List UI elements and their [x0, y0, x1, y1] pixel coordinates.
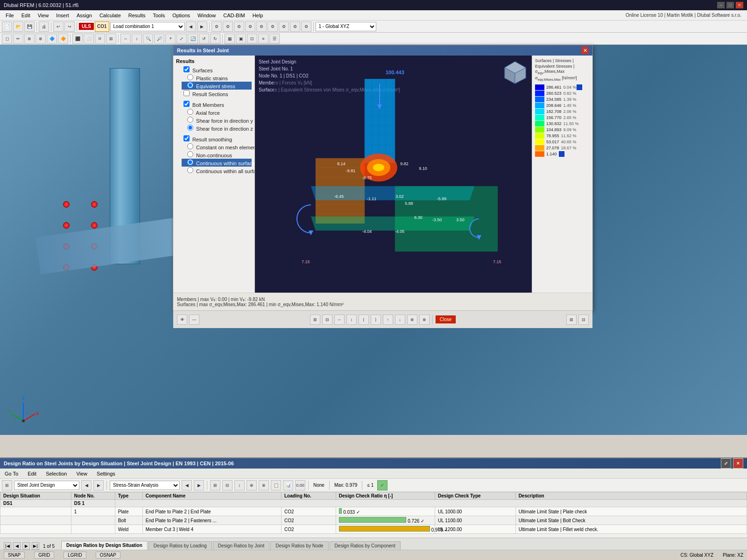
r2-19[interactable]: ↻	[210, 34, 220, 44]
menu-help[interactable]: Help	[249, 12, 267, 19]
minimize-btn[interactable]: −	[717, 2, 725, 8]
menu-insert[interactable]: Insert	[52, 12, 73, 19]
r2-1[interactable]: ◻	[2, 34, 12, 44]
r2-10[interactable]: ⊞	[106, 34, 116, 44]
load-combination-select[interactable]: Load combination 1	[110, 22, 185, 31]
grid-btn[interactable]: GRID	[34, 552, 54, 559]
menu-edit[interactable]: Edit	[18, 12, 34, 19]
panel-tb4[interactable]: ↕	[346, 315, 357, 325]
menu-view[interactable]: View	[34, 12, 53, 19]
menu-calculate[interactable]: Calculate	[96, 12, 125, 19]
result-sections-check[interactable]	[183, 90, 190, 96]
r2-20[interactable]: ▦	[225, 34, 235, 44]
menu-results[interactable]: Results	[125, 12, 149, 19]
dp-combo1[interactable]: Steel Joint Design	[14, 481, 79, 490]
panel-tb5[interactable]: ⟨	[359, 315, 369, 325]
menu-tools[interactable]: Tools	[149, 12, 169, 19]
tree-continuous-within[interactable]: Continuous within surfaces	[182, 159, 252, 167]
dp-close-btn[interactable]: ✕	[733, 458, 743, 469]
dp-tb6[interactable]: ⊗	[259, 480, 269, 490]
open-btn[interactable]: 📂	[13, 21, 23, 32]
r2-21[interactable]: ▣	[236, 34, 246, 44]
dp-next-btn2[interactable]: ▶	[194, 480, 204, 490]
print-btn[interactable]: 🖨	[39, 21, 49, 32]
dp-menu-view[interactable]: View	[73, 470, 90, 477]
surfaces-check[interactable]	[183, 66, 190, 72]
dp-tb7[interactable]: 📋	[271, 480, 281, 490]
tb5[interactable]: ⚙	[256, 21, 267, 32]
snap-btn[interactable]: SNAP	[4, 552, 25, 559]
r2-6[interactable]: 🔶	[58, 34, 68, 44]
r2-13[interactable]: 🔍	[143, 34, 153, 44]
panel-tb3[interactable]: ↔	[334, 315, 345, 325]
dp-combo2[interactable]: Stress-Strain Analysis	[110, 481, 180, 490]
menu-options[interactable]: Options	[169, 12, 194, 19]
lgrid-btn[interactable]: LGRID	[63, 552, 86, 559]
tree-constant-mesh[interactable]: Constant on mesh elements	[182, 143, 252, 151]
tab-design-joint[interactable]: Design Ratios by Joint	[213, 541, 270, 550]
panel-extra2[interactable]: ⊟	[578, 315, 589, 325]
tree-axial-force[interactable]: Axial force	[182, 108, 252, 116]
r2-3[interactable]: ⊕	[24, 34, 35, 44]
menu-assign[interactable]: Assign	[73, 12, 96, 19]
new-btn[interactable]: 📄	[2, 21, 12, 32]
uls-badge[interactable]: ULS	[79, 23, 94, 30]
tab-design-loading[interactable]: Design Ratios by Loading	[148, 541, 212, 550]
tb9[interactable]: ⚙	[301, 21, 311, 32]
panel-tb7[interactable]: ↑	[383, 315, 393, 325]
r2-8[interactable]: ⬜	[84, 34, 94, 44]
dp-tb9[interactable]: 0.00	[295, 480, 305, 490]
page-first-btn[interactable]: |◀	[4, 542, 11, 550]
r2-7[interactable]: ⬛	[72, 34, 83, 44]
menu-file[interactable]: File	[2, 12, 18, 19]
menu-cadbim[interactable]: CAD-BIM	[219, 12, 248, 19]
page-next-btn[interactable]: ▶	[22, 542, 30, 550]
tb7[interactable]: ⚙	[279, 21, 289, 32]
tree-continuous-all[interactable]: Continuous within all surfaces	[182, 167, 252, 175]
tree-surfaces[interactable]: Surfaces	[178, 66, 252, 74]
dp-resize-btn[interactable]: ⤢	[721, 458, 731, 469]
dp-menu-edit[interactable]: Edit	[25, 470, 39, 477]
dp-tb2[interactable]: ⊞	[210, 480, 220, 490]
viz-panel[interactable]: Steel Joint Design Steel Joint No. 1 Nod…	[255, 56, 532, 293]
dp-menu-selection[interactable]: Selection	[43, 470, 70, 477]
next-lc-btn[interactable]: ▶	[197, 21, 207, 32]
panel-tb10[interactable]: ⊗	[419, 315, 430, 325]
dp-tb3[interactable]: ⊟	[222, 480, 233, 490]
redo-btn[interactable]: ↪	[64, 21, 75, 32]
tree-shear-z[interactable]: Shear force in direction z	[182, 124, 252, 132]
dp-tb4[interactable]: ↕	[234, 480, 245, 490]
r2-12[interactable]: ↕	[132, 34, 142, 44]
r2-17[interactable]: 🔄	[188, 34, 198, 44]
tree-shear-y[interactable]: Shear force in direction y	[182, 116, 252, 124]
tree-plastic-strains[interactable]: Plastic strains	[182, 74, 252, 82]
results-panel-close[interactable]: ✕	[581, 47, 589, 54]
dp-prev-btn2[interactable]: ◀	[182, 480, 192, 490]
dp-tb-icon1[interactable]: ⊞	[2, 480, 12, 490]
dp-menu-settings[interactable]: Settings	[94, 470, 118, 477]
r2-16[interactable]: ⤢	[176, 34, 187, 44]
save-btn[interactable]: 💾	[24, 21, 35, 32]
tree-result-sections[interactable]: Result Sections	[178, 90, 252, 98]
dp-prev-btn[interactable]: ◀	[81, 480, 92, 490]
tb3[interactable]: ⚙	[234, 21, 244, 32]
r2-9[interactable]: ⧈	[95, 34, 105, 44]
r2-23[interactable]: ≡	[258, 34, 268, 44]
osnap-btn[interactable]: OSNAP	[96, 552, 120, 559]
close-panel-btn[interactable]: Close	[436, 315, 456, 323]
r2-4[interactable]: ⊗	[35, 34, 46, 44]
maximize-btn[interactable]: □	[726, 2, 734, 8]
panel-extra1[interactable]: ⊞	[566, 315, 577, 325]
coord-system-select[interactable]: 1 - Global XYZ	[316, 22, 376, 31]
prev-lc-btn[interactable]: ◀	[186, 21, 196, 32]
panel-tb6[interactable]: ⟩	[371, 315, 381, 325]
r2-22[interactable]: ⊡	[247, 34, 257, 44]
tb4[interactable]: ⚙	[245, 21, 255, 32]
tree-equivalent-stress[interactable]: Equivalent stress	[182, 82, 252, 90]
tb6[interactable]: ⚙	[268, 21, 278, 32]
r2-5[interactable]: 🔷	[47, 34, 57, 44]
tree-result-smoothing[interactable]: Result smoothing	[178, 135, 252, 143]
dp-tb8[interactable]: 📊	[283, 480, 293, 490]
smoothing-check[interactable]	[183, 135, 190, 141]
panel-eye-btn[interactable]: 👁	[177, 315, 187, 325]
